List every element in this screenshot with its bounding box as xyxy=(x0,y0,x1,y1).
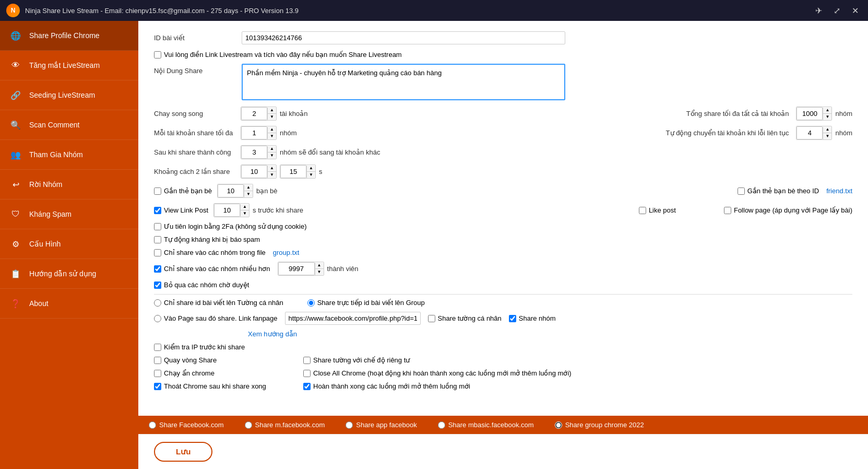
kiem-tra-ip-checkbox[interactable] xyxy=(154,344,161,351)
sidebar-item-roi-nhom[interactable]: ↩ Rời Nhóm xyxy=(0,170,138,200)
kc1-down[interactable]: ▼ xyxy=(268,172,276,178)
livestream-checkbox-label[interactable]: Vui lòng điền Link Livestream và tích và… xyxy=(154,51,402,58)
chay-song-song-down[interactable]: ▼ xyxy=(268,114,276,120)
follow-page-label[interactable]: Follow page (áp dụng với Page lấy bài) xyxy=(724,206,852,214)
thoat-chrome-checkbox[interactable] xyxy=(154,383,161,390)
friend-txt-link[interactable]: friend.txt xyxy=(826,187,852,195)
gan-the-checkbox-label[interactable]: Gắn thẻ bạn bè xyxy=(154,187,212,195)
view-link-checkbox[interactable] xyxy=(154,207,161,214)
sau-khi-input[interactable] xyxy=(241,146,267,159)
save-button[interactable]: Lưu xyxy=(154,442,212,462)
tu-dong-chuyen-spinner[interactable]: ▲ ▼ xyxy=(796,126,832,140)
view-link-down[interactable]: ▼ xyxy=(241,210,249,217)
radio-facebook-com-input[interactable] xyxy=(149,421,156,429)
share-tuong-ca-nhan-label[interactable]: Share tường cá nhân xyxy=(428,314,502,322)
share-nhom-label[interactable]: Share nhóm xyxy=(509,314,556,322)
quay-vong-checkbox[interactable] xyxy=(154,357,161,364)
csnh-down[interactable]: ▼ xyxy=(315,269,324,275)
tu-dong-khang-label[interactable]: Tự động kháng khi bị báo spam xyxy=(154,236,260,243)
share-tuong-rieng-tu-label[interactable]: Share tường với chế độ riêng tư xyxy=(303,356,410,364)
chi-share-nhieu-hon-label[interactable]: Chỉ share vào các nhóm nhiều hơn xyxy=(154,265,270,273)
share-tuong-rieng-tu-checkbox[interactable] xyxy=(303,357,311,364)
sidebar-item-tham-gia-nhom[interactable]: 👥 Tham Gia Nhóm xyxy=(0,140,138,170)
group-txt-link[interactable]: group.txt xyxy=(273,249,300,256)
sidebar-item-tang-mat[interactable]: 👁 Tăng mắt LiveStream xyxy=(0,51,138,80)
close-all-chrome-label[interactable]: Close All Chrome (hoạt động khi hoàn thà… xyxy=(303,369,572,377)
sidebar-item-share-profile-chrome[interactable]: 🌐 Share Profile Chrome xyxy=(0,21,138,51)
sidebar-item-huong-dan[interactable]: 📋 Hướng dẫn sử dụng xyxy=(0,259,138,289)
bo-qua-checkbox[interactable] xyxy=(154,282,161,289)
thoat-chrome-label[interactable]: Thoát Chrome sau khi share xong xyxy=(154,382,300,390)
view-link-checkbox-label[interactable]: View Link Post xyxy=(154,206,208,214)
share-tuong-ca-nhan-checkbox[interactable] xyxy=(428,315,435,322)
chi-share-file-label[interactable]: Chỉ share vào các nhóm trong file xyxy=(154,249,266,256)
radio-group-chrome-input[interactable] xyxy=(555,421,562,429)
chay-song-song-spinner[interactable]: ▲ ▼ xyxy=(241,107,277,121)
2fa-label[interactable]: Ưu tiên login bằng 2Fa (không sử dụng co… xyxy=(154,222,307,230)
chay-an-label[interactable]: Chạy ẩn chrome xyxy=(154,369,300,377)
moi-tk-down[interactable]: ▼ xyxy=(268,133,276,139)
chay-an-checkbox[interactable] xyxy=(154,370,161,377)
livestream-checkbox[interactable] xyxy=(154,51,161,58)
radio-mbasic[interactable]: Share mbasic.facebook.com xyxy=(438,421,534,429)
kiem-tra-ip-label[interactable]: Kiểm tra IP trước khi share xyxy=(154,343,245,351)
like-post-checkbox[interactable] xyxy=(639,207,646,214)
chay-song-song-input[interactable] xyxy=(241,107,267,120)
close-all-chrome-checkbox[interactable] xyxy=(303,370,311,377)
sidebar-item-khang-spam[interactable]: 🛡 Kháng Spam xyxy=(0,200,138,229)
xem-huong-dan-link[interactable]: Xem hướng dẫn xyxy=(248,330,297,338)
chay-song-song-up[interactable]: ▲ xyxy=(268,108,276,114)
tong-share-up[interactable]: ▲ xyxy=(823,108,831,114)
chi-share-nhieu-hon-checkbox[interactable] xyxy=(154,265,161,273)
radio-app-facebook[interactable]: Share app facebook xyxy=(346,421,417,429)
page-url-input[interactable] xyxy=(285,312,421,325)
gan-the-down[interactable]: ▼ xyxy=(244,191,253,197)
vao-page-label[interactable]: Vào Page sau đó share. Link fanpage xyxy=(154,314,278,322)
sidebar-item-scan-comment[interactable]: 🔍 Scan Comment xyxy=(0,110,138,140)
chi-share-tuong-radio[interactable] xyxy=(154,299,161,307)
hoan-thanh-checkbox[interactable] xyxy=(303,383,311,390)
tong-share-spinner[interactable]: ▲ ▼ xyxy=(796,107,832,121)
csnh-up[interactable]: ▲ xyxy=(315,263,324,269)
tu-dong-chuyen-input[interactable] xyxy=(796,126,823,139)
moi-tk-up[interactable]: ▲ xyxy=(268,127,276,133)
chi-share-nh-input[interactable] xyxy=(278,262,315,275)
khoang-cach-input1[interactable] xyxy=(241,165,267,178)
sau-khi-up[interactable]: ▲ xyxy=(268,146,276,153)
chi-share-file-checkbox[interactable] xyxy=(154,249,161,256)
radio-m-facebook[interactable]: Share m.facebook.com xyxy=(245,421,325,429)
sidebar-item-cau-hinh[interactable]: ⚙ Cấu Hình xyxy=(0,229,138,259)
moi-tk-input[interactable] xyxy=(241,126,267,139)
gan-the-spinner[interactable]: ▲ ▼ xyxy=(217,184,253,198)
tu-dong-down[interactable]: ▼ xyxy=(823,133,831,139)
khoang-cach-input2[interactable] xyxy=(280,165,306,178)
khoang-cach-spinner1[interactable]: ▲ ▼ xyxy=(241,165,277,179)
id-bai-viet-input[interactable] xyxy=(242,31,565,44)
radio-facebook-com[interactable]: Share Facebook.com xyxy=(149,421,224,429)
tu-dong-khang-checkbox[interactable] xyxy=(154,236,161,243)
kc2-down[interactable]: ▼ xyxy=(307,172,315,178)
view-link-up[interactable]: ▲ xyxy=(241,204,249,210)
hoan-thanh-label[interactable]: Hoàn thành xong các luồng mới mở thêm lu… xyxy=(303,382,470,390)
gan-the-up[interactable]: ▲ xyxy=(244,185,253,191)
share-truc-tiep-label[interactable]: Share trực tiếp id bài viết lên Group xyxy=(307,299,425,307)
khoang-cach-spinner2[interactable]: ▲ ▼ xyxy=(280,165,316,179)
chi-share-nh-spinner[interactable]: ▲ ▼ xyxy=(278,262,324,276)
gan-the-checkbox[interactable] xyxy=(154,187,161,195)
sidebar-item-about[interactable]: ❓ About xyxy=(0,289,138,319)
noi-dung-share-textarea[interactable]: Phần mềm Ninja - chuyên hỗ trợ Marketing… xyxy=(242,64,565,100)
close-button[interactable]: ✕ xyxy=(849,5,862,17)
vao-page-radio[interactable] xyxy=(154,315,161,322)
tong-share-input[interactable] xyxy=(796,107,823,120)
radio-app-facebook-input[interactable] xyxy=(346,421,353,429)
kc2-up[interactable]: ▲ xyxy=(307,166,315,172)
gan-the-theo-id-label[interactable]: Gắn thẻ bạn bè theo ID xyxy=(738,187,819,195)
tong-share-down[interactable]: ▼ xyxy=(823,114,831,120)
view-link-input[interactable] xyxy=(214,204,240,217)
quay-vong-label[interactable]: Quay vòng Share xyxy=(154,356,300,364)
share-truc-tiep-radio[interactable] xyxy=(307,299,315,307)
kc1-up[interactable]: ▲ xyxy=(268,166,276,172)
gan-the-theo-id-checkbox[interactable] xyxy=(738,187,745,195)
radio-mbasic-input[interactable] xyxy=(438,421,445,429)
tu-dong-up[interactable]: ▲ xyxy=(823,127,831,133)
